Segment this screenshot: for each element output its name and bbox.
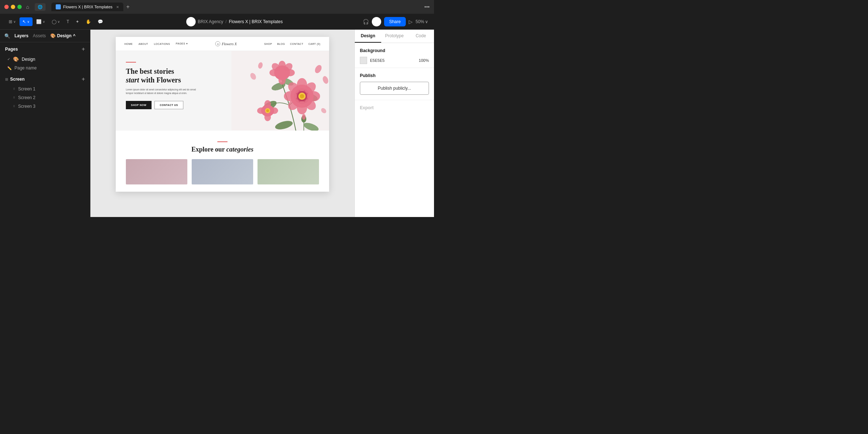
background-hex-value[interactable]: E5E5E5 xyxy=(370,58,384,63)
tab-assets[interactable]: Assets xyxy=(33,33,46,39)
hero-description: Lorem ipsum dolor sit amet consectetur a… xyxy=(126,88,198,95)
home-icon[interactable]: ⌂ xyxy=(26,4,29,10)
traffic-light-yellow[interactable] xyxy=(11,5,15,9)
page-design-emoji-icon: 🎨 xyxy=(13,56,19,62)
globe-icon: 🌐 xyxy=(35,3,46,11)
more-options-icon[interactable]: ••• xyxy=(424,4,430,10)
active-tab[interactable]: Flowers X | BRIX Templates ✕ xyxy=(51,3,123,11)
screen-2-label: Screen 2 xyxy=(18,95,35,100)
categories-title-italic: categories xyxy=(226,146,254,153)
publish-btn[interactable]: Publish publicly... xyxy=(360,82,429,95)
tab-design[interactable]: 🎨 Design ^ xyxy=(50,33,76,38)
frame-tool-btn[interactable]: ⬜ ∨ xyxy=(33,17,48,26)
frame-icon: ⬜ xyxy=(36,19,42,24)
hero-accent-bar xyxy=(126,62,136,63)
hand-tool-btn[interactable]: ✋ xyxy=(83,17,94,26)
categories-section: Explore our categories xyxy=(116,131,329,192)
nav-blog[interactable]: BLOG xyxy=(277,43,285,45)
page-name-item[interactable]: ✏️ Page name xyxy=(0,64,90,72)
page-design-item[interactable]: ✓ 🎨 Design xyxy=(0,55,90,64)
grid-chevron-icon: ∨ xyxy=(13,20,16,24)
sidebar-tab-bar: 🔍 Layers Assets 🎨 Design ^ xyxy=(0,30,90,42)
category-card-3 xyxy=(258,159,319,184)
screen-2-item[interactable]: ⠿ Screen 2 xyxy=(0,93,90,102)
tab-design-right[interactable]: Design xyxy=(355,30,381,43)
headphone-icon[interactable]: 🎧 xyxy=(363,19,369,25)
add-screen-btn[interactable]: + xyxy=(82,76,85,82)
play-icon: ▷ xyxy=(409,19,413,25)
nav-locations[interactable]: LOCATIONS xyxy=(154,43,170,45)
contact-us-btn[interactable]: CONTACT US xyxy=(154,101,183,109)
zoom-control[interactable]: 50% ∨ xyxy=(416,19,428,24)
traffic-light-red[interactable] xyxy=(4,5,9,9)
check-icon: ✓ xyxy=(7,57,10,61)
category-card-2 xyxy=(192,159,253,184)
tab-code[interactable]: Code xyxy=(408,30,434,43)
select-tool-btn[interactable]: ↖ ∨ xyxy=(20,17,33,26)
select-icon: ↖ xyxy=(22,19,26,24)
workspace-avatar xyxy=(186,17,196,26)
nav-about[interactable]: ABOUT xyxy=(139,43,148,45)
shop-now-btn[interactable]: SHOP NOW xyxy=(126,101,152,109)
nav-contact[interactable]: CONTACT xyxy=(290,43,303,45)
user-avatar[interactable] xyxy=(372,17,381,26)
hero-title-line1: The best stories xyxy=(126,67,174,75)
main-content: 🔍 Layers Assets 🎨 Design ^ Pages + ✓ 🎨 D… xyxy=(0,30,434,217)
right-tab-bar: Design Prototype Code xyxy=(355,30,434,43)
share-button[interactable]: Share xyxy=(384,17,406,26)
tab-close-btn[interactable]: ✕ xyxy=(116,5,119,9)
zoom-chevron-icon: ∨ xyxy=(425,19,428,24)
shape-tool-btn[interactable]: ◯ ∨ xyxy=(49,17,63,26)
tab-prototype[interactable]: Prototype xyxy=(381,30,408,43)
design-label: Design xyxy=(57,33,72,38)
screen-1-item[interactable]: ⠿ Screen 1 xyxy=(0,85,90,93)
text-tool-btn[interactable]: T xyxy=(64,17,72,26)
publish-section: Publish Publish publicly... xyxy=(355,68,434,100)
comment-tool-btn[interactable]: 💬 xyxy=(95,17,106,26)
breadcrumb-separator: / xyxy=(225,19,226,24)
component-icon: ✦ xyxy=(76,19,79,24)
tab-favicon xyxy=(56,4,61,9)
grid-tool-btn[interactable]: ⊞ ∨ xyxy=(6,17,19,26)
breadcrumb-file: Flowers X | BRIX Templates xyxy=(229,19,283,24)
site-nav: HOME ABOUT LOCATIONS PAGES ⊙ Flowers X S… xyxy=(116,37,329,51)
breadcrumb-workspace: BRIX Agency xyxy=(198,19,224,24)
export-section: Export xyxy=(355,100,434,115)
add-page-btn[interactable]: + xyxy=(82,46,85,52)
background-section: Background E5E5E5 100% xyxy=(355,43,434,68)
screen-3-item[interactable]: ⠿ Screen 3 xyxy=(0,102,90,111)
zoom-level: 50% xyxy=(416,19,424,24)
canvas[interactable]: HOME ABOUT LOCATIONS PAGES ⊙ Flowers X S… xyxy=(90,30,354,217)
new-tab-btn[interactable]: + xyxy=(126,4,129,10)
nav-cart[interactable]: CART (0) xyxy=(309,43,320,45)
tab-title: Flowers X | BRIX Templates xyxy=(63,5,112,9)
page-name-label: Page name xyxy=(14,65,37,71)
hero-title-rest: with Flowers xyxy=(139,76,181,84)
dots-icon-3: ⠿ xyxy=(13,105,15,108)
component-tool-btn[interactable]: ✦ xyxy=(73,17,82,26)
search-icon[interactable]: 🔍 xyxy=(4,33,10,39)
background-color-row: E5E5E5 100% xyxy=(360,57,429,64)
nav-pages[interactable]: PAGES xyxy=(176,42,188,45)
nav-home[interactable]: HOME xyxy=(124,43,133,45)
screen-3-label: Screen 3 xyxy=(18,104,35,109)
traffic-light-green[interactable] xyxy=(17,5,22,9)
publish-title: Publish xyxy=(360,73,429,78)
nav-shop[interactable]: SHOP xyxy=(264,43,272,45)
frame-chevron-icon: ∨ xyxy=(43,20,45,24)
play-button[interactable]: ▷ xyxy=(409,19,413,25)
background-opacity-value[interactable]: 100% xyxy=(419,58,429,63)
category-card-1 xyxy=(126,159,187,184)
logo-icon: ⊙ xyxy=(215,41,220,46)
edit-icon: ✏️ xyxy=(7,66,12,70)
tab-layers[interactable]: Layers xyxy=(14,33,29,39)
background-color-swatch[interactable] xyxy=(360,57,367,64)
screen-section-header: ⊞ Screen + xyxy=(0,74,90,85)
shape-icon: ◯ xyxy=(52,19,56,24)
page-design-label: Design xyxy=(22,57,35,62)
screen-1-label: Screen 1 xyxy=(18,86,35,92)
categories-accent-bar xyxy=(217,141,227,142)
nav-links-right: SHOP BLOG CONTACT CART (0) xyxy=(264,43,320,45)
comment-icon: 💬 xyxy=(98,19,103,24)
categories-grid xyxy=(126,159,319,184)
